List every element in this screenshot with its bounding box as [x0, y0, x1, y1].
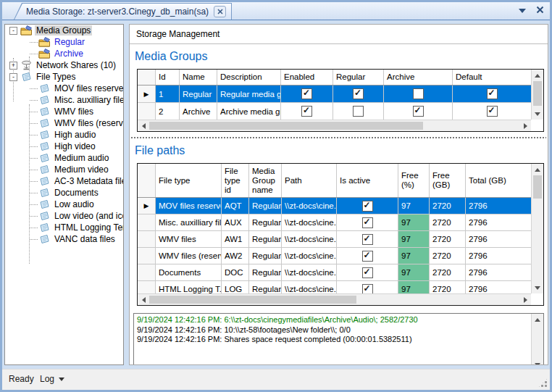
tree-item-mov-files-reserved[interactable]: MOV files reserved — [5, 83, 123, 94]
collapse-icon[interactable]: - — [9, 73, 17, 81]
tree-item-wmv-files-reserved[interactable]: WMV files (reserved — [5, 117, 123, 129]
column-header[interactable]: Enabled — [281, 70, 333, 85]
log-line: 9/19/2024 12:42:16 PM: 6:\\zt-docs\cineg… — [137, 315, 528, 325]
default-checkbox[interactable] — [487, 88, 498, 99]
scroll-thumb[interactable] — [533, 81, 542, 106]
tree-item-medium-video[interactable]: Medium video — [5, 164, 123, 175]
status-ready: Ready — [9, 374, 34, 384]
regular-checkbox[interactable] — [353, 88, 364, 99]
cell-description: Regular media gr... — [217, 86, 281, 102]
tree-item-high-audio[interactable]: High audio — [5, 129, 123, 141]
is-active-checkbox[interactable] — [362, 217, 373, 228]
tree-item-low-video-and-icon[interactable]: Low video (and icon — [5, 210, 123, 222]
default-checkbox[interactable] — [487, 106, 498, 117]
scroll-down-icon[interactable] — [532, 108, 543, 120]
status-bar: Ready Log — [2, 369, 550, 390]
table-row[interactable]: ▶1RegularRegular media gr... — [138, 86, 531, 103]
chevron-down-icon[interactable] — [519, 9, 526, 13]
cell-free-gb: 2720 — [430, 264, 466, 280]
scroll-up-icon[interactable] — [532, 164, 543, 175]
column-header[interactable]: Name — [180, 70, 217, 85]
vertical-scrollbar[interactable] — [531, 70, 543, 120]
horizontal-scrollbar[interactable] — [138, 293, 531, 305]
tree-item-label: VANC data files — [53, 234, 117, 244]
tree-item-wmv-files[interactable]: WMV files — [5, 106, 123, 117]
column-header[interactable]: Archive — [384, 70, 453, 85]
scroll-right-icon[interactable] — [519, 120, 531, 131]
section-splitter[interactable] — [131, 136, 546, 138]
scroll-down-icon[interactable] — [532, 282, 543, 293]
tree-item-html-logging-tem[interactable]: HTML Logging Tem — [5, 222, 123, 233]
tree-item-vanc-data-files[interactable]: VANC data files — [5, 233, 123, 245]
cell-is-active — [337, 214, 398, 230]
tree-item-archive[interactable]: Archive — [5, 48, 123, 59]
column-header[interactable]: File type id — [222, 164, 249, 197]
table-row[interactable]: DocumentsDOCRegular\\zt-docs\cine...9727… — [138, 264, 531, 281]
collapse-icon[interactable]: - — [9, 27, 17, 35]
scroll-thumb[interactable] — [149, 296, 356, 304]
cell-path: \\zt-docs\cine... — [282, 264, 337, 280]
cell-name: Regular — [180, 86, 217, 102]
scroll-right-icon[interactable] — [519, 294, 531, 305]
tree-item-network-shares-10[interactable]: +Network Shares (10) — [5, 59, 123, 71]
column-header[interactable]: File type — [156, 164, 222, 197]
tree-item-file-types[interactable]: -File Types — [5, 71, 123, 83]
column-header[interactable]: Is active — [337, 164, 398, 197]
column-header[interactable]: Description — [217, 70, 281, 85]
horizontal-scrollbar[interactable] — [138, 120, 531, 131]
scroll-up-icon[interactable] — [532, 70, 543, 81]
is-active-checkbox[interactable] — [362, 234, 373, 245]
column-header[interactable]: Regular — [333, 70, 384, 85]
tree-item-high-video[interactable]: High video — [5, 141, 123, 152]
archive-checkbox[interactable] — [413, 106, 424, 117]
scroll-left-icon[interactable] — [138, 120, 149, 131]
column-header[interactable]: Total (GB) — [466, 164, 531, 197]
table-row[interactable]: Misc. auxilliary filesAUXRegular\\zt-doc… — [138, 214, 531, 231]
table-row[interactable]: WMV files (reserv...AW2Regular\\zt-docs\… — [138, 248, 531, 264]
is-active-checkbox[interactable] — [362, 267, 373, 278]
tree-item-low-audio[interactable]: Low audio — [5, 199, 123, 210]
cell-total-gb: 2796 — [466, 248, 531, 264]
table-row[interactable]: 2ArchiveArchive media gr... — [138, 103, 531, 120]
scroll-down-icon[interactable] — [532, 359, 543, 365]
column-header[interactable]: Default — [453, 70, 531, 85]
column-header[interactable]: Path — [282, 164, 337, 197]
tree-item-regular[interactable]: Regular — [5, 36, 123, 48]
tree-item-documents[interactable]: Documents — [5, 187, 123, 199]
archive-checkbox[interactable] — [413, 88, 424, 99]
enabled-checkbox[interactable] — [301, 106, 312, 117]
cell-is-active — [337, 231, 398, 247]
status-log-dropdown[interactable]: Log — [40, 374, 64, 384]
tab-close-icon[interactable] — [214, 6, 226, 17]
resize-grip[interactable] — [538, 378, 548, 388]
table-header-row: File typeFile type idMedia Group namePat… — [138, 164, 531, 198]
column-header[interactable]: Id — [156, 70, 180, 85]
enabled-checkbox[interactable] — [301, 88, 312, 99]
tree-item-ac-3-metadata-files[interactable]: AC-3 Metadata files — [5, 175, 123, 187]
table-row[interactable]: WMV filesAW1Regular\\zt-docs\cine...9727… — [138, 231, 531, 248]
table-row[interactable]: HTML Logging T...LOGRegular\\zt-docs\cin… — [138, 281, 531, 293]
scroll-thumb[interactable] — [149, 122, 423, 130]
vertical-scrollbar[interactable] — [531, 164, 543, 293]
tree-item-media-groups[interactable]: -Media Groups — [5, 25, 123, 36]
is-active-checkbox[interactable] — [362, 251, 373, 262]
close-icon[interactable] — [536, 6, 544, 16]
column-header[interactable]: Free (GB) — [430, 164, 466, 197]
regular-checkbox[interactable] — [353, 106, 364, 117]
scroll-left-icon[interactable] — [138, 294, 149, 305]
cell-path: \\zt-docs\cine... — [282, 248, 337, 264]
cell-file_type: Documents — [156, 264, 222, 280]
column-header[interactable]: Free (%) — [398, 164, 430, 197]
is-active-checkbox[interactable] — [362, 201, 373, 212]
scroll-thumb[interactable] — [533, 175, 542, 199]
scroll-up-icon[interactable] — [532, 314, 543, 325]
tree-splitter[interactable] — [123, 24, 129, 365]
expand-icon[interactable]: + — [9, 62, 17, 70]
tab-media-storage[interactable]: Media Storage: zt-server3.Cinegy_db_main… — [14, 3, 232, 20]
tree-item-medium-audio[interactable]: Medium audio — [5, 152, 123, 164]
table-row[interactable]: ▶MOV files reservedAQTRegular\\zt-docs\c… — [138, 198, 531, 214]
vertical-scrollbar[interactable] — [531, 314, 543, 365]
column-header[interactable]: Media Group name — [249, 164, 282, 197]
is-active-checkbox[interactable] — [362, 284, 373, 294]
tree-item-misc-auxilliary-files[interactable]: Misc. auxilliary files — [5, 94, 123, 106]
